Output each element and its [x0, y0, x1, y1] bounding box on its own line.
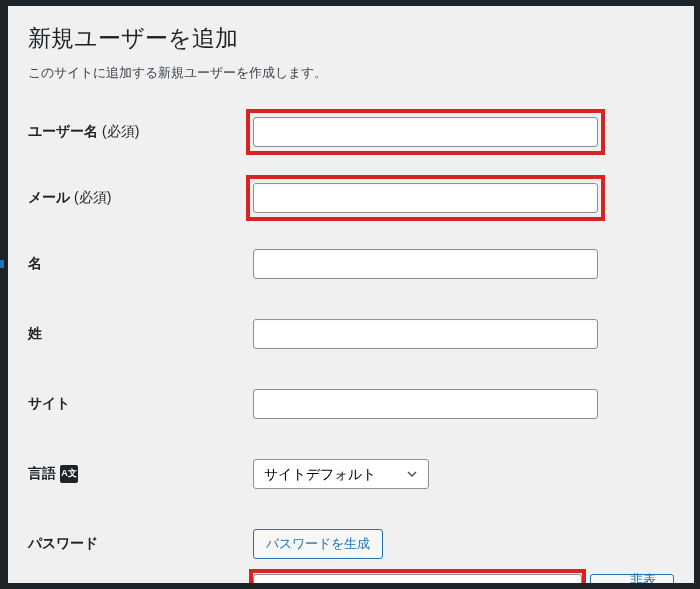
page-subtitle: このサイトに追加する新規ユーザーを作成します。: [28, 64, 674, 82]
password-field-row: 非表示: [253, 574, 674, 583]
eye-slash-icon: [603, 582, 620, 583]
add-user-page: 新規ユーザーを追加 このサイトに追加する新規ユーザーを作成します。 ユーザー名 …: [8, 6, 694, 583]
email-label: メール (必須): [28, 189, 253, 207]
email-input[interactable]: [253, 183, 598, 213]
website-input[interactable]: [253, 389, 598, 419]
website-label: サイト: [28, 395, 253, 413]
language-row: 言語 A文 サイトデフォルト: [28, 454, 674, 494]
username-input[interactable]: [253, 117, 598, 147]
language-select[interactable]: サイトデフォルト: [253, 459, 429, 489]
lastname-input[interactable]: [253, 319, 598, 349]
lastname-row: 姓: [28, 314, 674, 354]
generate-password-button[interactable]: パスワードを生成: [253, 529, 383, 559]
firstname-row: 名: [28, 244, 674, 284]
page-title: 新規ユーザーを追加: [28, 24, 674, 54]
lastname-label: 姓: [28, 325, 253, 343]
password-label: パスワード: [28, 535, 253, 553]
firstname-input[interactable]: [253, 249, 598, 279]
password-input[interactable]: [253, 574, 582, 583]
password-section: パスワード パスワードを生成 非表示 強力: [28, 524, 674, 583]
language-label: 言語 A文: [28, 465, 253, 483]
username-label: ユーザー名 (必須): [28, 123, 253, 141]
website-row: サイト: [28, 384, 674, 424]
hide-password-button[interactable]: 非表示: [590, 574, 674, 583]
firstname-label: 名: [28, 255, 253, 273]
translate-icon: A文: [60, 465, 78, 483]
email-row: メール (必須): [28, 178, 674, 218]
username-row: ユーザー名 (必須): [28, 112, 674, 152]
